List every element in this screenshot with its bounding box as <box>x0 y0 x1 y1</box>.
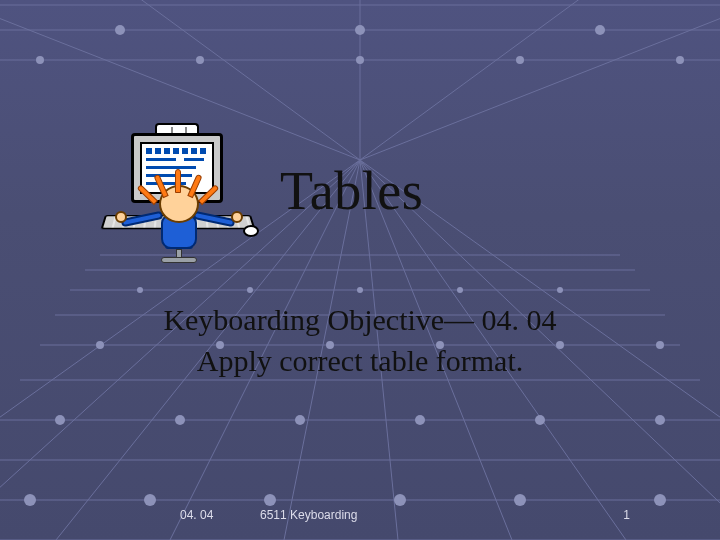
slide-subtitle: Keyboarding Objective— 04. 04 Apply corr… <box>0 300 720 381</box>
slide-title: Tables <box>280 160 423 222</box>
slide: Tables Keyboarding Objective— 04. 04 App… <box>0 0 720 540</box>
subtitle-line-1: Keyboarding Objective— 04. 04 <box>0 300 720 341</box>
footer-course: 6511 Keyboarding <box>260 508 357 522</box>
footer-objective-code: 04. 04 <box>180 508 213 522</box>
footer-slide-number: 1 <box>623 508 630 522</box>
slide-content: Tables Keyboarding Objective— 04. 04 App… <box>0 0 720 540</box>
clipart-kid-at-computer <box>105 115 260 265</box>
subtitle-line-2: Apply correct table format. <box>0 341 720 382</box>
